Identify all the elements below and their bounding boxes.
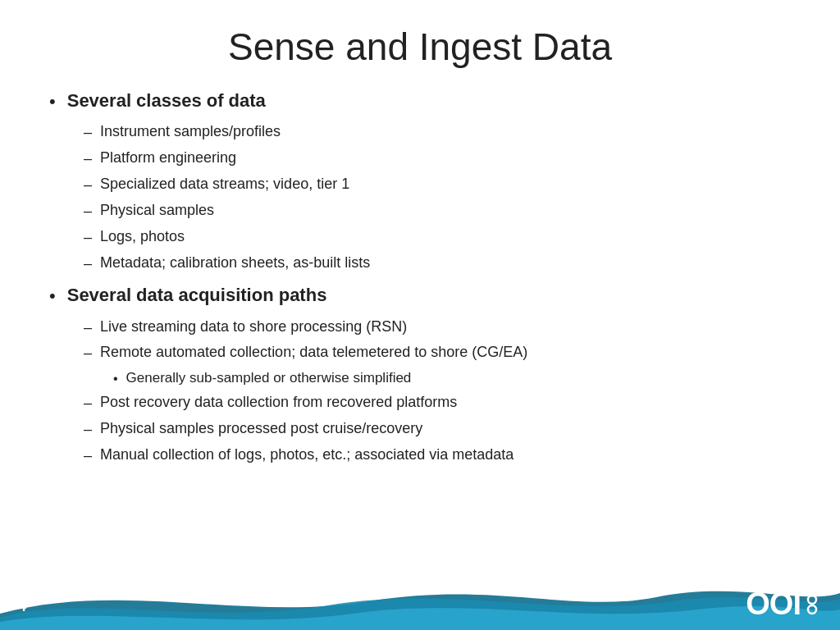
list-item-with-children: – Remote automated collection; data tele… [84, 341, 791, 390]
bullet-2-text: Several data acquisition paths [67, 281, 327, 309]
bullet-1: • Several classes of data [49, 87, 791, 116]
sub-item-text: Instrument samples/profiles [100, 121, 281, 144]
list-item: – Metadata; calibration sheets, as-built… [84, 252, 791, 276]
bullet-1-sub-list: – Instrument samples/profiles – Platform… [84, 121, 791, 275]
list-item: – Manual collection of logs, photos, etc… [84, 444, 791, 468]
bullet-dot-2: • [49, 282, 56, 310]
ooi-logo-text: OOI [746, 587, 801, 622]
bullet-2: • Several data acquisition paths [49, 281, 791, 310]
sub-item-text: Metadata; calibration sheets, as-built l… [100, 252, 370, 275]
dash-icon: – [84, 121, 92, 144]
svg-point-0 [808, 596, 816, 604]
slide-title: Sense and Ingest Data [49, 25, 791, 69]
list-item: – Remote automated collection; data tele… [84, 341, 791, 365]
list-item: – Platform engineering [84, 147, 791, 171]
sub-sub-list: • Generally sub-sampled or otherwise sim… [113, 368, 791, 390]
sub-item-text: Physical samples [100, 199, 214, 222]
list-item: – Post recovery data collection from rec… [84, 391, 791, 415]
sub-item-text: Live streaming data to shore processing … [100, 316, 407, 339]
list-item: – Specialized data streams; video, tier … [84, 173, 791, 197]
sub-item-text: Physical samples processed post cruise/r… [100, 418, 422, 441]
sub-item-text: Specialized data streams; video, tier 1 [100, 173, 349, 196]
dash-icon: – [84, 253, 92, 276]
sub-sub-dot: • [113, 369, 118, 390]
dash-icon: – [84, 148, 92, 171]
svg-point-1 [808, 605, 816, 614]
ooi-logo: OOI [746, 587, 824, 622]
dash-icon: – [84, 418, 92, 441]
dash-icon: – [84, 317, 92, 340]
dash-icon: – [84, 174, 92, 197]
list-item: – Physical samples [84, 199, 791, 223]
ooi-logo-icon [801, 593, 824, 616]
dash-icon: – [84, 392, 92, 415]
list-item: • Generally sub-sampled or otherwise sim… [113, 368, 791, 390]
dash-icon: – [84, 445, 92, 468]
list-item: – Live streaming data to shore processin… [84, 316, 791, 340]
slide-number: 4 [18, 598, 26, 615]
sub-item-text: Post recovery data collection from recov… [100, 391, 457, 414]
list-item: – Physical samples processed post cruise… [84, 418, 791, 441]
slide-content: • Several classes of data – Instrument s… [49, 87, 791, 468]
sub-sub-text: Generally sub-sampled or otherwise simpl… [126, 368, 412, 389]
sub-item-text: Remote automated collection; data teleme… [100, 341, 527, 364]
sub-item-text: Platform engineering [100, 147, 236, 170]
bottom-wave-decoration [0, 564, 840, 630]
dash-icon: – [84, 200, 92, 223]
bullet-1-text: Several classes of data [67, 87, 266, 115]
bullet-dot-1: • [49, 88, 56, 116]
list-item: – Instrument samples/profiles [84, 121, 791, 144]
dash-icon: – [84, 342, 92, 365]
sub-item-text: Logs, photos [100, 226, 185, 249]
list-item: – Logs, photos [84, 226, 791, 249]
dash-icon: – [84, 226, 92, 249]
slide: Sense and Ingest Data • Several classes … [0, 0, 840, 630]
bullet-2-sub-list: – Live streaming data to shore processin… [84, 316, 791, 468]
sub-item-text: Manual collection of logs, photos, etc.;… [100, 444, 514, 467]
